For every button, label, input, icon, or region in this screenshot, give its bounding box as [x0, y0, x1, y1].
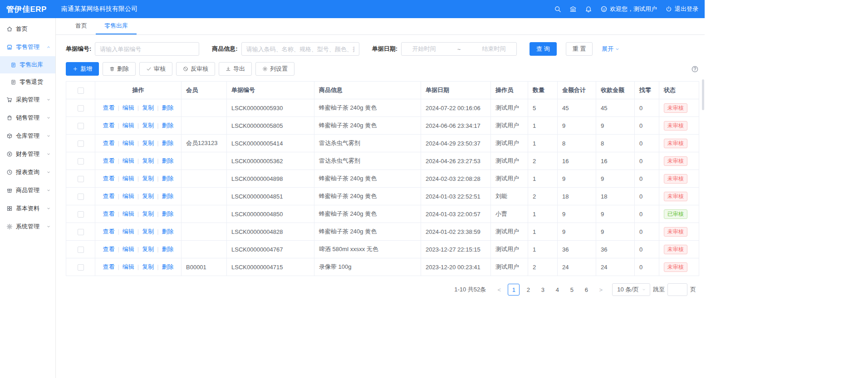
row-action-copy[interactable]: 复制: [142, 104, 154, 111]
action-separator: |: [157, 122, 158, 129]
row-action-delete[interactable]: 删除: [162, 104, 174, 111]
page-button-2[interactable]: 2: [522, 284, 534, 296]
logout-button[interactable]: 退出登录: [665, 5, 698, 13]
row-action-edit[interactable]: 编辑: [123, 157, 134, 164]
row-action-copy[interactable]: 复制: [142, 263, 154, 270]
bill-no-input[interactable]: [95, 42, 199, 56]
row-action-copy[interactable]: 复制: [142, 140, 154, 146]
row-action-delete[interactable]: 删除: [162, 175, 174, 182]
row-action-view[interactable]: 查看: [103, 193, 114, 199]
sidebar-item-retail[interactable]: 零售管理: [0, 38, 55, 56]
sidebar-item-home[interactable]: 首页: [0, 20, 55, 38]
prev-page-button[interactable]: <: [493, 284, 505, 296]
help-icon[interactable]: [691, 65, 699, 73]
row-action-copy[interactable]: 复制: [142, 210, 154, 217]
row-action-delete[interactable]: 删除: [162, 122, 174, 129]
date-range-input[interactable]: 开始时间 ~ 结束时间: [401, 42, 517, 56]
expand-link[interactable]: 展开: [602, 45, 620, 53]
row-checkbox[interactable]: [78, 247, 84, 253]
row-action-view[interactable]: 查看: [103, 122, 114, 129]
row-checkbox[interactable]: [78, 141, 84, 147]
row-action-edit[interactable]: 编辑: [123, 175, 134, 182]
row-action-edit[interactable]: 编辑: [123, 104, 134, 111]
row-action-view[interactable]: 查看: [103, 210, 114, 217]
row-checkbox[interactable]: [78, 264, 84, 271]
audit-button[interactable]: 审核: [139, 62, 172, 76]
row-checkbox[interactable]: [78, 176, 84, 182]
scrollbar-thumb[interactable]: [702, 79, 704, 110]
delete-button[interactable]: 删除: [103, 62, 136, 76]
row-action-delete[interactable]: 删除: [162, 193, 174, 199]
page-button-6[interactable]: 6: [580, 284, 592, 296]
row-action-delete[interactable]: 删除: [162, 140, 174, 146]
row-action-view[interactable]: 查看: [103, 228, 114, 235]
select-all-checkbox[interactable]: [78, 87, 84, 94]
action-separator: |: [118, 157, 119, 164]
row-checkbox[interactable]: [78, 123, 84, 129]
row-action-delete[interactable]: 删除: [162, 263, 174, 270]
export-button[interactable]: 导出: [219, 62, 252, 76]
row-action-edit[interactable]: 编辑: [123, 140, 134, 146]
reset-button[interactable]: 重 置: [566, 42, 593, 56]
row-action-copy[interactable]: 复制: [142, 157, 154, 164]
next-page-button[interactable]: >: [595, 284, 607, 296]
row-action-edit[interactable]: 编辑: [123, 263, 134, 270]
page-button-1[interactable]: 1: [508, 284, 520, 296]
row-action-edit[interactable]: 编辑: [123, 122, 134, 129]
tab-home[interactable]: 首页: [67, 18, 96, 34]
unaudit-button[interactable]: 反审核: [176, 62, 215, 76]
row-action-view[interactable]: 查看: [103, 140, 114, 146]
search-button[interactable]: 查 询: [530, 42, 557, 56]
bank-icon[interactable]: [569, 5, 577, 13]
bell-icon[interactable]: [585, 5, 592, 13]
action-separator: |: [137, 210, 139, 217]
row-checkbox[interactable]: [78, 105, 84, 111]
cell-bill-no: LSCK00000004850: [227, 205, 314, 223]
page-button-5[interactable]: 5: [566, 284, 578, 296]
row-action-copy[interactable]: 复制: [142, 193, 154, 199]
sidebar-item-retail-outbound[interactable]: 零售出库: [0, 56, 55, 73]
row-checkbox[interactable]: [78, 229, 84, 235]
column-settings-button[interactable]: 列设置: [255, 62, 294, 76]
search-icon[interactable]: [554, 5, 561, 13]
page-button-3[interactable]: 3: [537, 284, 549, 296]
jump-page-input[interactable]: [667, 283, 687, 296]
row-action-edit[interactable]: 编辑: [123, 193, 134, 199]
row-action-copy[interactable]: 复制: [142, 246, 154, 252]
row-action-view[interactable]: 查看: [103, 104, 114, 111]
action-separator: |: [137, 175, 139, 182]
row-action-delete[interactable]: 删除: [162, 246, 174, 252]
row-action-view[interactable]: 查看: [103, 246, 114, 252]
add-button[interactable]: 新增: [66, 62, 99, 76]
sidebar-item-report[interactable]: 报表查询: [0, 163, 55, 181]
row-action-delete[interactable]: 删除: [162, 210, 174, 217]
row-checkbox[interactable]: [78, 211, 84, 218]
row-checkbox[interactable]: [78, 158, 84, 165]
row-action-edit[interactable]: 编辑: [123, 210, 134, 217]
page-button-4[interactable]: 4: [551, 284, 563, 296]
sidebar-item-purchase[interactable]: 采购管理: [0, 91, 55, 109]
row-action-view[interactable]: 查看: [103, 175, 114, 182]
welcome-user[interactable]: 欢迎您，测试用户: [600, 5, 657, 13]
row-action-copy[interactable]: 复制: [142, 175, 154, 182]
sidebar-item-goods[interactable]: 商品管理: [0, 181, 55, 199]
sidebar-item-retail-return[interactable]: 零售退货: [0, 73, 55, 91]
page-size-select[interactable]: 10 条/页: [612, 283, 650, 296]
cell-status: 未审核: [659, 223, 699, 241]
tab-retail-outbound[interactable]: 零售出库: [96, 18, 137, 34]
row-action-copy[interactable]: 复制: [142, 228, 154, 235]
sidebar-item-finance[interactable]: 财务管理: [0, 145, 55, 163]
product-input[interactable]: [241, 42, 359, 56]
row-action-edit[interactable]: 编辑: [123, 228, 134, 235]
row-checkbox[interactable]: [78, 194, 84, 200]
row-action-edit[interactable]: 编辑: [123, 246, 134, 252]
sidebar-item-system[interactable]: 系统管理: [0, 218, 55, 236]
row-action-delete[interactable]: 删除: [162, 228, 174, 235]
row-action-view[interactable]: 查看: [103, 263, 114, 270]
row-action-delete[interactable]: 删除: [162, 157, 174, 164]
row-action-copy[interactable]: 复制: [142, 122, 154, 129]
sidebar-item-sales[interactable]: 销售管理: [0, 109, 55, 127]
sidebar-item-basic[interactable]: 基本资料: [0, 199, 55, 218]
row-action-view[interactable]: 查看: [103, 157, 114, 164]
sidebar-item-warehouse[interactable]: 仓库管理: [0, 127, 55, 145]
